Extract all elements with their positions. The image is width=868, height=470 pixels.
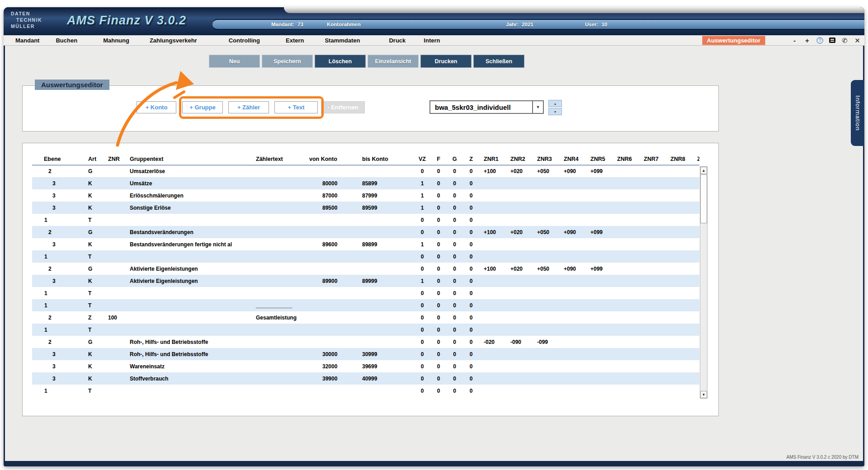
menu-item-stammdaten[interactable]: Stammdaten <box>325 37 360 44</box>
table-row[interactable]: 2GBestandsveränderungen0000+100+020+050+… <box>32 226 699 238</box>
cell-znr <box>102 299 123 311</box>
template-dropdown[interactable]: bwa_5skr03_individuell ▼ <box>429 100 544 114</box>
cell-znr <box>102 263 123 275</box>
table-row[interactable]: 3KSonstige Erlöse89500895991000 <box>32 202 699 214</box>
column-header-znr8-18: ZNR8 <box>666 154 693 165</box>
scroll-thumb[interactable] <box>700 174 707 223</box>
cell-znr6 <box>613 202 640 214</box>
menu-item-mahnung[interactable]: Mahnung <box>103 37 129 44</box>
cell-znr1 <box>480 348 506 360</box>
table-row[interactable]: 3KAktivierte Eigenleistungen899008999910… <box>32 275 699 287</box>
cell-ebene: 3 <box>32 372 82 385</box>
cell-vz: 0 <box>414 348 430 360</box>
table-row[interactable]: 2GRoh-, Hilfs- und Betriebsstoffe0000-02… <box>32 336 699 348</box>
menu-item-zahlungsverkehr[interactable]: Zahlungsverkehr <box>150 37 197 44</box>
scroll-down-button[interactable]: ▼ <box>700 391 707 398</box>
table-row[interactable]: 3KWareneinsatz32000396990000 <box>32 360 699 372</box>
cell-znr3: -099 <box>533 336 560 348</box>
menu-item-mandant[interactable]: Mandant <box>15 37 39 44</box>
cell-znr6 <box>613 299 640 311</box>
cell-zaehlertext <box>250 177 303 189</box>
remove-button[interactable]: - Entfernen <box>321 101 365 113</box>
column-header-znr7-17: ZNR7 <box>640 154 666 165</box>
add-text-button[interactable]: + Text <box>274 101 318 113</box>
cell-znr9 <box>693 360 699 372</box>
cell-z: 0 <box>462 336 480 348</box>
table-row[interactable]: 1T0000 <box>32 250 699 263</box>
cell-znr3 <box>533 324 560 336</box>
new-button[interactable]: Neu <box>209 55 260 68</box>
cell-von_konto: 39900 <box>303 372 349 385</box>
spinner-down-button[interactable]: ▼ <box>548 108 562 115</box>
help-icon[interactable]: ? <box>816 37 823 44</box>
cell-znr6 <box>613 263 640 275</box>
cell-znr <box>102 348 123 360</box>
status-kontorahmen: Kontorahmen <box>327 22 361 27</box>
table-row[interactable]: 2GUmsatzerlöse0000+100+020+050+090+099 <box>32 165 699 177</box>
cell-znr7 <box>640 189 666 202</box>
cell-znr6 <box>613 372 640 385</box>
cell-znr7 <box>640 348 666 360</box>
cell-znr5: +099 <box>586 165 613 177</box>
cell-znr8 <box>666 263 693 275</box>
menu-item-druck[interactable]: Druck <box>389 37 406 44</box>
close-window-button[interactable]: Schließen <box>473 55 524 68</box>
cell-ebene: 1 <box>32 287 82 299</box>
cell-bis_konto <box>349 214 414 226</box>
table-row[interactable]: 1T0000 <box>32 287 699 299</box>
scroll-up-button[interactable]: ▲ <box>700 167 707 174</box>
add-zaehler-button[interactable]: + Zähler <box>228 101 269 113</box>
cell-z: 0 <box>462 372 480 385</box>
maximize-icon[interactable]: + <box>804 37 811 44</box>
cell-zaehlertext <box>250 324 303 336</box>
table-row[interactable]: 1T0000 <box>32 385 699 397</box>
cell-znr2: +020 <box>506 165 533 177</box>
table-row[interactable]: 1T____________0000 <box>32 299 699 311</box>
add-konto-button[interactable]: + Konto <box>137 101 176 113</box>
info-tab[interactable]: Information <box>851 80 864 146</box>
table-row[interactable]: 2GAktivierte Eigenleistungen0000+100+020… <box>32 263 699 275</box>
chevron-down-icon[interactable]: ▼ <box>532 101 543 113</box>
active-window-badge[interactable]: Auswertungseditor <box>702 36 765 45</box>
save-button[interactable]: Speichern <box>262 55 313 68</box>
menu-item-buchen[interactable]: Buchen <box>56 37 77 44</box>
cell-ebene: 3 <box>32 177 82 189</box>
book-icon[interactable] <box>829 38 835 43</box>
print-button[interactable]: Drucken <box>420 55 472 68</box>
cell-znr7 <box>640 336 666 348</box>
table-row[interactable]: 3KErlösschmälerungen87000879991000 <box>32 189 699 202</box>
table-row[interactable]: 3KUmsätze80000858991000 <box>32 177 699 189</box>
cell-znr5: +099 <box>586 263 613 275</box>
table-row[interactable]: 3KStoffverbrauch39900409990000 <box>32 372 699 385</box>
menu-item-intern[interactable]: Intern <box>424 37 440 44</box>
cell-gruppentext <box>123 250 250 263</box>
single-view-button[interactable]: Einzelansicht <box>368 55 419 68</box>
mandant-value: 73 <box>297 22 303 27</box>
add-gruppe-button[interactable]: + Gruppe <box>182 101 223 113</box>
cell-znr4 <box>560 214 586 226</box>
cell-znr <box>102 250 123 263</box>
delete-button[interactable]: Löschen <box>315 55 366 68</box>
cell-z: 0 <box>462 165 480 177</box>
cell-art: K <box>82 177 102 189</box>
cell-znr6 <box>613 226 640 238</box>
table-row[interactable]: 3KBestandsveränderungen fertige nicht al… <box>32 238 699 250</box>
cell-znr7 <box>640 287 666 299</box>
table-row[interactable]: 3KRoh-, Hilfs- und Betriebsstoffe3000030… <box>32 348 699 360</box>
table-row[interactable]: 1T0000 <box>32 214 699 226</box>
close-icon[interactable]: ✕ <box>854 37 861 44</box>
cell-bis_konto <box>349 311 414 324</box>
spinner-up-button[interactable]: ▲ <box>548 100 562 107</box>
phone-icon[interactable]: ✆ <box>841 37 848 44</box>
column-header-vz-7: VZ <box>414 154 430 165</box>
cell-znr2 <box>506 311 533 324</box>
column-header-f-8: F <box>430 154 447 165</box>
table-row[interactable]: 1T0000 <box>32 324 699 336</box>
cell-znr5 <box>586 324 613 336</box>
window-chrome-band <box>284 7 864 13</box>
minimize-icon[interactable]: - <box>791 37 798 44</box>
menu-item-controlling[interactable]: Controlling <box>229 37 260 44</box>
cell-art: T <box>82 299 102 311</box>
menu-item-extern[interactable]: Extern <box>286 37 304 44</box>
table-row[interactable]: 2Z100Gesamtleistung0000 <box>32 311 699 324</box>
